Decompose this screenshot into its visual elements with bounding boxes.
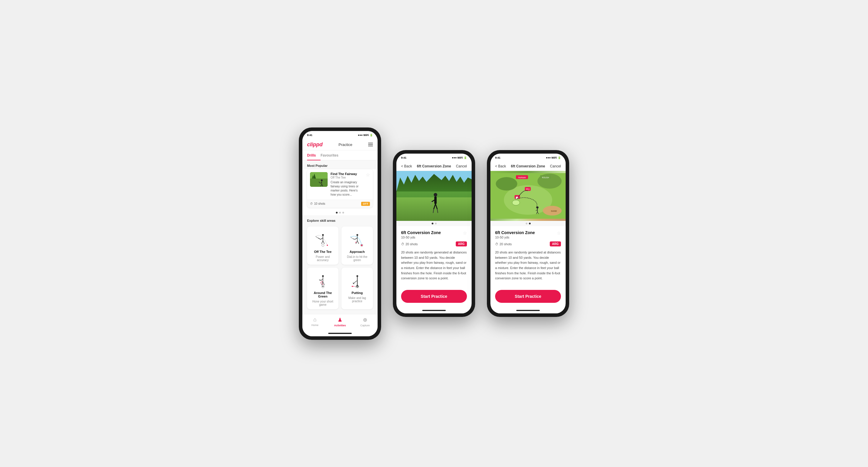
detail-badge-2: ARG [456,241,467,246]
skill-card-ott[interactable]: Off The Tee Power and accuracy [307,227,339,265]
svg-line-56 [435,204,437,209]
skill-desc-atg: Hone your short game [310,300,336,306]
svg-line-17 [316,236,318,238]
activities-icon: ♟ [338,316,342,323]
svg-text:SAND: SAND [551,210,557,212]
clock-icon-2: ⏱ [401,242,404,246]
nav-activities[interactable]: ♟ Activities [327,316,352,327]
detail-dots-3 [490,221,566,226]
svg-line-26 [350,237,353,239]
svg-line-46 [353,282,355,283]
phone-2: 9:41 ●●● WiFi 🔋 < Back 6ft Conversion Zo… [393,150,475,317]
svg-point-11 [322,234,324,236]
golfer-svg-2 [430,193,440,213]
detail-range-3: 10-50 yds [495,236,535,239]
detail-header-title-2: 6ft Conversion Zone [417,164,451,168]
svg-point-36 [322,286,323,287]
skill-name-ott: Off The Tee [314,250,332,254]
back-button-3[interactable]: < Back [495,164,506,168]
detail-drill-title-2: 6ft Conversion Zone [401,230,441,235]
detail-dots-2 [396,221,472,226]
drill-desc: Create an imaginary fairway using trees … [331,180,363,197]
svg-line-13 [320,238,323,239]
status-bar-1: 9:41 ●●● WiFi 🔋 [302,131,378,139]
skill-name-putting: Putting [352,291,363,295]
detail-shots-2: ⏱ 20 shots [401,242,418,246]
clock-icon: ⏱ [310,202,313,205]
detail-fav-2[interactable]: ☆ [463,230,467,236]
skill-grid: Off The Tee Power and accuracy [302,224,378,314]
skill-name-atg: Around The Green [310,291,336,298]
tab-favourites[interactable]: Favourites [320,151,343,160]
svg-line-25 [353,239,355,239]
trees-background [396,174,472,192]
svg-point-18 [327,245,328,246]
skill-card-approach[interactable]: Approach Dial-in to hit the green [341,227,373,265]
menu-icon[interactable] [368,143,373,146]
detail-dot-1 [432,223,433,224]
skill-desc-putting: Make and lag practice [344,296,370,303]
svg-point-30 [322,275,324,277]
app-header-1: clippd Practice [302,139,378,151]
start-practice-button-3[interactable]: Start Practice [495,290,561,303]
svg-line-58 [437,209,438,213]
home-icon: ⌂ [313,316,316,323]
cancel-button-2[interactable]: Cancel [456,164,467,168]
detail-body-3: 6ft Conversion Zone 10-50 yds ☆ ⏱ 20 sho… [490,226,566,285]
detail-drill-title-3: 6ft Conversion Zone [495,230,535,235]
detail-dot-3-1 [526,223,527,224]
drill-badge-ott: OTT [361,202,370,206]
svg-line-14 [321,241,323,244]
svg-point-74 [536,206,538,208]
detail-dot-2 [435,223,437,224]
svg-line-32 [321,279,323,280]
svg-point-20 [356,234,358,236]
tab-drills[interactable]: Drills [307,151,320,160]
nav-capture-label: Capture [360,324,370,327]
svg-point-48 [352,286,353,287]
svg-line-34 [323,282,324,285]
detail-fav-3[interactable]: ☆ [557,230,561,236]
start-practice-button-2[interactable]: Start Practice [401,290,467,303]
svg-point-63 [496,177,517,191]
svg-point-28 [355,242,356,243]
ott-icon [313,231,333,248]
drill-thumbnail [310,172,328,187]
svg-text:ROUGH: ROUGH [542,176,549,178]
detail-desc-2: 20 shots are randomly generated at dista… [401,250,467,281]
dot-1 [336,212,338,213]
nav-home[interactable]: ⌂ Home [302,316,327,327]
status-bar-3: 9:41 ●●● WiFi 🔋 [490,154,566,162]
detail-badge-3: ARG [550,241,561,246]
detail-body-2: 6ft Conversion Zone 10-50 yds ☆ ⏱ 20 sho… [396,226,472,285]
svg-point-51 [434,193,437,197]
explore-label: Explore skill areas [302,215,378,224]
home-indicator-1 [302,330,378,336]
detail-meta-row-3: ⏱ 20 shots ARG [495,241,561,246]
cancel-button-3[interactable]: Cancel [550,164,561,168]
svg-text:FAIRWAY: FAIRWAY [518,176,527,178]
nav-activities-label: Activities [334,324,346,327]
drill-info: Find The Fairway Off The Tee Create an i… [331,172,363,197]
dot-3 [342,212,344,213]
drill-title: Find The Fairway [331,172,363,176]
svg-point-37 [320,282,321,283]
svg-point-73 [512,200,520,205]
back-button-2[interactable]: < Back [401,164,412,168]
nav-capture[interactable]: ⊕ Capture [352,316,378,327]
drill-meta: ⏱ 10 shots OTT [307,200,373,208]
skill-card-putting[interactable]: Putting Make and lag practice [341,268,373,309]
dot-2 [339,212,341,213]
home-indicator-3 [490,307,566,313]
svg-line-16 [318,238,320,239]
drill-favourite-icon[interactable]: ☆ [366,172,370,178]
drill-card-find-fairway[interactable]: Find The Fairway Off The Tee Create an i… [307,169,373,208]
svg-point-39 [322,283,323,284]
svg-line-54 [431,202,432,205]
svg-point-10 [322,244,324,246]
svg-line-55 [434,204,435,209]
skill-card-atg[interactable]: Around The Green Hone your short game [307,268,339,309]
svg-point-50 [354,286,355,287]
svg-point-41 [356,275,358,277]
atg-icon [313,272,333,289]
